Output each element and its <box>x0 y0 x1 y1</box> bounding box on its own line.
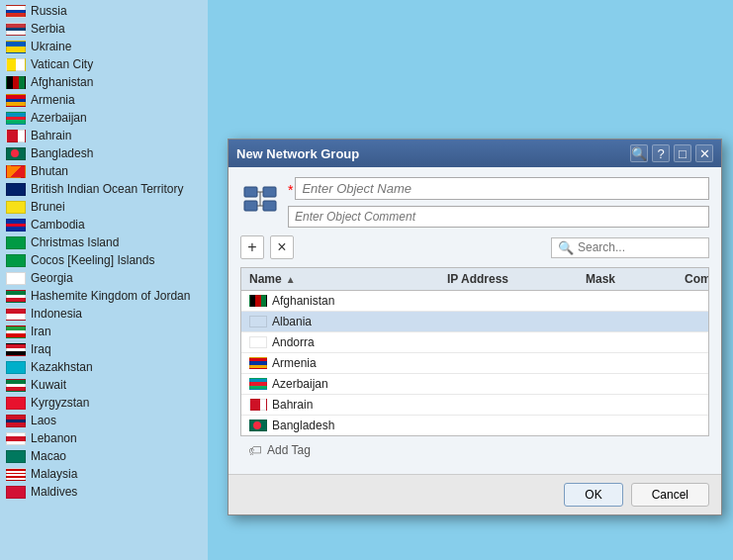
sidebar-item-cambodia[interactable]: Cambodia <box>0 216 208 233</box>
table-row[interactable]: Andorra <box>241 332 708 353</box>
flag-icon-serbia <box>6 23 26 36</box>
sidebar-item-hashemite-kingdom-of-jordan[interactable]: Hashemite Kingdom of Jordan <box>0 287 208 305</box>
sidebar-label-iran: Iran <box>31 325 51 338</box>
table-cell-ip-5 <box>439 402 578 408</box>
row-flag-6 <box>249 420 267 431</box>
table-cell-name-4: Azerbaijan <box>241 374 439 394</box>
sidebar-label-laos: Laos <box>31 414 56 427</box>
sidebar-item-maldives[interactable]: Maldives <box>0 483 208 501</box>
row-name-1: Albania <box>272 315 312 328</box>
flag-icon-russia <box>6 5 26 18</box>
table-row[interactable]: Afghanistan <box>241 291 708 312</box>
dialog-title: New Network Group <box>236 146 359 161</box>
sidebar-item-bahrain[interactable]: Bahrain <box>0 127 208 144</box>
flag-icon-bhutan <box>6 165 26 178</box>
row-flag-5 <box>249 399 267 411</box>
titlebar-buttons: 🔍 ? □ ✕ <box>630 144 713 162</box>
sidebar-item-brunei[interactable]: Brunei <box>0 198 208 216</box>
table-cell-comments-3 <box>677 360 708 366</box>
table-row[interactable]: Bangladesh <box>241 416 708 435</box>
sidebar-item-iran[interactable]: Iran <box>0 323 208 340</box>
sidebar-item-serbia[interactable]: Serbia <box>0 20 208 38</box>
sidebar-item-bhutan[interactable]: Bhutan <box>0 162 208 180</box>
sidebar-item-cocos-keeling-islands[interactable]: Cocos [Keeling] Islands <box>0 251 208 269</box>
table-cell-ip-2 <box>439 339 578 345</box>
sidebar-item-azerbaijan[interactable]: Azerbaijan <box>0 109 208 127</box>
sidebar-item-british-indian-ocean-territory[interactable]: British Indian Ocean Territory <box>0 180 208 198</box>
svg-rect-1 <box>244 201 257 211</box>
flag-icon-hashemite-kingdom-of-jordan <box>6 290 26 303</box>
sidebar-label-christmas-island: Christmas Island <box>31 235 119 249</box>
table-cell-mask-2 <box>578 339 677 345</box>
search-input[interactable] <box>578 240 696 254</box>
table-cell-mask-6 <box>578 422 677 428</box>
help-titlebar-button[interactable]: ? <box>652 144 670 162</box>
dialog-body: * + × 🔍 Name ▲ IP Address <box>229 167 721 474</box>
table-cell-comments-4 <box>677 381 708 387</box>
row-name-2: Andorra <box>272 335 315 349</box>
table-row[interactable]: Azerbaijan <box>241 374 708 395</box>
table-header: Name ▲ IP Address Mask Comments <box>241 268 708 291</box>
sidebar-item-georgia[interactable]: Georgia <box>0 269 208 287</box>
row-name-5: Bahrain <box>272 398 313 412</box>
table-row[interactable]: Bahrain <box>241 395 708 416</box>
sidebar-item-lebanon[interactable]: Lebanon <box>0 429 208 447</box>
sidebar-label-kazakhstan: Kazakhstan <box>31 360 93 374</box>
remove-button[interactable]: × <box>270 235 294 259</box>
add-tag-row[interactable]: 🏷 Add Tag <box>240 436 709 464</box>
col-name[interactable]: Name ▲ <box>241 268 439 290</box>
sidebar-item-laos[interactable]: Laos <box>0 412 208 429</box>
col-mask[interactable]: Mask <box>578 268 677 290</box>
sidebar-item-kuwait[interactable]: Kuwait <box>0 376 208 394</box>
sidebar-item-christmas-island[interactable]: Christmas Island <box>0 233 208 251</box>
row-name-4: Azerbaijan <box>272 377 328 391</box>
col-name-sort: ▲ <box>286 274 296 285</box>
table-cell-ip-6 <box>439 422 578 428</box>
add-button[interactable]: + <box>240 235 264 259</box>
flag-icon-indonesia <box>6 308 26 321</box>
search-titlebar-button[interactable]: 🔍 <box>630 144 648 162</box>
sidebar-item-ukraine[interactable]: Ukraine <box>0 38 208 55</box>
col-comments[interactable]: Comments <box>677 268 709 290</box>
sidebar-label-bangladesh: Bangladesh <box>31 146 93 160</box>
maximize-titlebar-button[interactable]: □ <box>674 144 691 162</box>
sidebar-item-malaysia[interactable]: Malaysia <box>0 465 208 483</box>
row-flag-3 <box>249 357 267 369</box>
sidebar-label-georgia: Georgia <box>31 271 73 285</box>
sidebar-item-kazakhstan[interactable]: Kazakhstan <box>0 358 208 376</box>
flag-icon-maldives <box>6 486 26 499</box>
toolbar-row: + × 🔍 <box>240 235 709 259</box>
col-ip[interactable]: IP Address <box>439 268 578 290</box>
sidebar-item-afghanistan[interactable]: Afghanistan <box>0 73 208 91</box>
sidebar-label-bahrain: Bahrain <box>31 129 71 142</box>
flag-icon-kyrgyzstan <box>6 397 26 410</box>
sidebar-item-armenia[interactable]: Armenia <box>0 91 208 109</box>
sidebar-label-cambodia: Cambodia <box>31 218 85 232</box>
members-table: Name ▲ IP Address Mask Comments Afghanis… <box>240 267 709 436</box>
flag-icon-georgia <box>6 272 26 285</box>
sidebar-label-cocos-keeling-islands: Cocos [Keeling] Islands <box>31 253 154 267</box>
sidebar-item-macao[interactable]: Macao <box>0 447 208 465</box>
table-row[interactable]: Armenia <box>241 353 708 374</box>
flag-icon-bahrain <box>6 130 26 142</box>
object-comment-input[interactable] <box>288 206 709 228</box>
sidebar-label-maldives: Maldives <box>31 485 77 499</box>
flag-icon-malaysia <box>6 468 26 481</box>
flag-icon-azerbaijan <box>6 112 26 125</box>
cancel-button[interactable]: Cancel <box>631 483 709 507</box>
sidebar-item-kyrgyzstan[interactable]: Kyrgyzstan <box>0 394 208 412</box>
table-cell-mask-5 <box>578 402 677 408</box>
sidebar-item-bangladesh[interactable]: Bangladesh <box>0 144 208 162</box>
object-name-input[interactable] <box>295 177 709 200</box>
sidebar-item-indonesia[interactable]: Indonesia <box>0 305 208 323</box>
sidebar-item-iraq[interactable]: Iraq <box>0 340 208 358</box>
row-flag-1 <box>249 316 267 327</box>
close-titlebar-button[interactable]: ✕ <box>695 144 713 162</box>
table-cell-comments-1 <box>677 319 708 325</box>
sidebar-label-russia: Russia <box>31 4 67 18</box>
table-row[interactable]: Albania <box>241 312 708 332</box>
sidebar-item-russia[interactable]: Russia <box>0 2 208 20</box>
ok-button[interactable]: OK <box>564 483 622 507</box>
sidebar-label-vatican-city: Vatican City <box>31 57 93 71</box>
sidebar-item-vatican-city[interactable]: Vatican City <box>0 55 208 73</box>
